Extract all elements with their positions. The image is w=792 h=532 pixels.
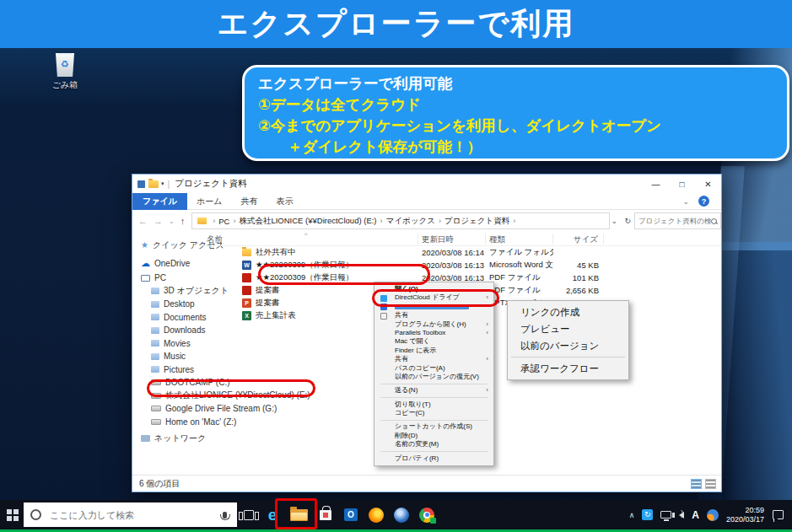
sidebar-item[interactable]: Music <box>132 350 259 363</box>
forward-icon[interactable]: → <box>154 216 163 226</box>
sidebar-item-label: Google Drive File Stream (G:) <box>165 404 277 413</box>
context-menu-item[interactable]: Mac で開く <box>374 337 493 346</box>
menu-item-label: プロパティ(R) <box>395 454 439 462</box>
ribbon-tab[interactable]: 表示 <box>267 193 302 210</box>
sidebar-item-label: OneDrive <box>154 259 190 268</box>
sidebar-item[interactable]: Pictures <box>132 363 259 377</box>
submenu-item[interactable]: プレビュー <box>508 320 628 337</box>
chevron-down-icon[interactable]: ▾ <box>161 180 164 187</box>
menu-item-label: 共有 <box>395 355 408 363</box>
column-header[interactable]: サイズ <box>553 234 604 245</box>
recycle-bin[interactable]: ♻ ごみ箱 <box>42 53 88 91</box>
context-menu-item[interactable]: パスのコピー(A) <box>374 364 493 373</box>
action-center-icon[interactable] <box>773 510 784 519</box>
recycle-bin-label: ごみ箱 <box>42 79 88 91</box>
ime-ball-icon[interactable] <box>707 509 719 521</box>
directcloud-submenu: リンクの作成プレビュー以前のバージョン承認ワークフロー <box>507 300 629 380</box>
sys-icon <box>151 301 159 308</box>
sidebar-item[interactable]: Google Drive File Stream (G:) <box>132 402 259 416</box>
context-menu-item[interactable]: 送る(N)› <box>374 386 493 395</box>
column-headers: ^名前更新日時種類サイズ <box>203 232 721 246</box>
submenu-item[interactable]: 承認ワークフロー <box>508 360 628 377</box>
details-view-icon[interactable] <box>691 479 702 489</box>
context-menu-item[interactable]: 削除(D) <box>374 432 493 440</box>
breadcrumb-segment[interactable]: マイボックス <box>386 216 435 227</box>
ribbon-tabs: ファイルホーム共有表示 ⌄ ? <box>132 193 721 210</box>
context-menu-item[interactable]: 名前の変更(M) <box>374 440 493 449</box>
file-row[interactable]: 社外共有中2020/03/08 16:14ファイル フォルダー <box>203 246 721 259</box>
task-view-glyph <box>244 510 254 520</box>
minimize-button[interactable]: — <box>643 175 669 193</box>
context-menu-item[interactable]: プロパティ(R) <box>374 454 493 463</box>
sync-tray-icon[interactable]: ↻ <box>642 509 653 520</box>
task-view-icon[interactable] <box>237 500 261 529</box>
close-button[interactable]: ✕ <box>695 175 721 193</box>
back-icon[interactable]: ← <box>138 216 148 226</box>
net-icon <box>141 435 150 442</box>
recent-locations-icon[interactable]: ⌄ <box>169 218 175 225</box>
context-menu-item[interactable]: 以前のバージョンの復元(V) <box>374 373 493 381</box>
up-icon[interactable]: ↑ <box>180 216 186 226</box>
chrome-icon[interactable] <box>414 500 439 529</box>
start-button[interactable] <box>0 500 24 529</box>
file-name: 社外共有中 <box>256 247 296 258</box>
menu-separator <box>380 451 488 452</box>
refresh-icon[interactable]: ↻ <box>624 217 631 225</box>
column-header[interactable]: 名前 <box>203 234 418 245</box>
volume-tray-icon[interactable] <box>679 512 684 519</box>
outlook-icon[interactable]: O <box>338 500 364 529</box>
context-menu-item[interactable]: 共有› <box>374 355 493 363</box>
breadcrumb-segment[interactable]: PC <box>218 217 229 226</box>
context-menu-item[interactable]: プログラムから開く(H)› <box>374 320 493 329</box>
norton-icon[interactable] <box>389 500 414 529</box>
breadcrumb[interactable]: ›PC›株式会社LIONICE (¥¥DirectCloud) (E:)›マイボ… <box>191 212 609 229</box>
firefox-icon[interactable] <box>364 500 389 529</box>
ribbon-tab[interactable]: ホーム <box>187 193 231 210</box>
context-menu-item[interactable]: Finder に表示 <box>374 347 493 355</box>
help-icon[interactable]: ? <box>698 196 709 207</box>
share-icon <box>380 313 387 320</box>
column-header[interactable]: 種類 <box>486 234 553 245</box>
word-file-icon: W <box>242 261 251 270</box>
breadcrumb-segment[interactable]: プロジェクト資料 <box>444 216 509 227</box>
tray-chevron-icon[interactable]: ∧ <box>629 511 635 519</box>
context-menu-item[interactable]: コピー(C) <box>374 409 493 417</box>
address-controls: ⌄ ↻ <box>612 217 631 225</box>
explorer-search[interactable] <box>634 212 721 229</box>
network-tray-icon[interactable] <box>660 511 671 519</box>
address-dropdown-icon[interactable]: ⌄ <box>612 217 618 225</box>
annotation-directcloud-menu <box>372 289 499 307</box>
callout-line: ①データは全てクラウド <box>258 94 773 116</box>
callout-box: エクスプローラーで利用可能①データは全てクラウド②今までのアプリケーションを利用… <box>242 65 789 161</box>
context-menu-item[interactable]: Parallels Toolbox› <box>374 329 493 337</box>
menu-item-label: 切り取り(T) <box>395 400 431 408</box>
submenu-item[interactable]: 以前のバージョン <box>508 337 628 354</box>
submenu-item[interactable]: リンクの作成 <box>508 304 628 320</box>
annotation-file-row <box>258 264 430 285</box>
taskbar-search-input[interactable] <box>48 509 223 521</box>
explorer-search-input[interactable] <box>638 217 711 225</box>
breadcrumb-segment[interactable]: 株式会社LIONICE (¥¥DirectCloud) (E:) <box>239 216 376 227</box>
context-menu-item[interactable]: 切り取り(T) <box>374 400 493 409</box>
microphone-icon[interactable] <box>223 512 227 519</box>
ime-indicator[interactable]: A <box>692 509 699 521</box>
context-menu-item[interactable]: 共有 <box>374 311 493 320</box>
taskbar-search[interactable] <box>24 502 237 527</box>
column-header[interactable]: 更新日時 <box>418 234 486 245</box>
sidebar-item[interactable]: Downloads <box>132 324 259 337</box>
maximize-button[interactable]: □ <box>669 175 695 193</box>
sys-icon <box>151 314 159 320</box>
thumbnails-view-icon[interactable] <box>705 479 716 489</box>
clock[interactable]: 20:59 2020/03/17 <box>726 506 764 524</box>
drive-icon <box>151 419 161 425</box>
ribbon-expand-icon[interactable]: ⌄ <box>682 197 689 206</box>
sidebar-item[interactable]: ネットワーク <box>132 432 259 445</box>
ribbon-tab[interactable]: 共有 <box>231 193 267 210</box>
ribbon-tab[interactable]: ファイル <box>132 193 187 210</box>
sidebar-item[interactable]: Home on 'Mac' (Z:) <box>132 416 259 429</box>
norton-glyph <box>394 508 409 523</box>
sidebar-item-label: Home on 'Mac' (Z:) <box>165 417 236 427</box>
sidebar-item[interactable]: Movies <box>132 337 259 351</box>
context-menu-item[interactable]: ショートカットの作成(S) <box>374 422 493 431</box>
titlebar[interactable]: ▾ | プロジェクト資料 — □ ✕ <box>132 175 721 193</box>
